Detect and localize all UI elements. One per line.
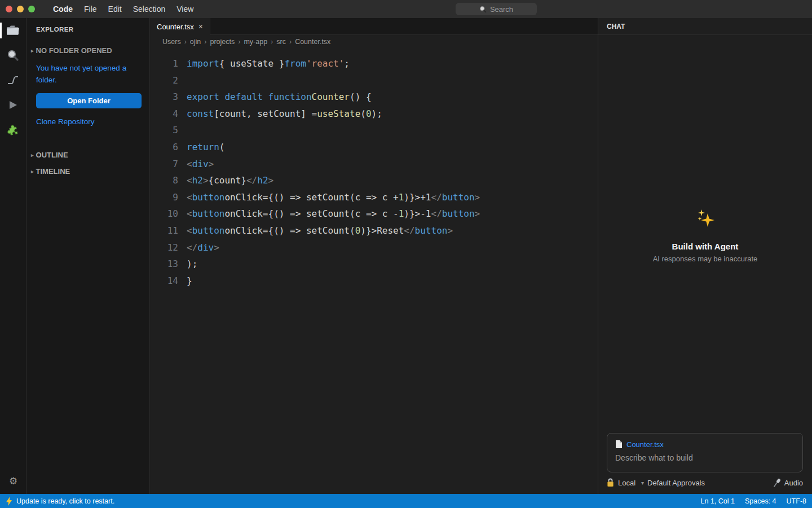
search-icon [479, 6, 487, 13]
code-line[interactable]: 11<buttononClick={() => setCount(0)}>Res… [150, 222, 598, 239]
activity-search[interactable] [0, 43, 27, 68]
explorer-sidebar: EXPLORER ▸ NO FOLDER OPENED You have not… [27, 18, 150, 494]
audio-label: Audio [784, 479, 803, 487]
menu-code[interactable]: Code [47, 0, 78, 18]
line-content: export default functionCounter() { [187, 89, 372, 106]
context-file-chip[interactable]: Counter.tsx [615, 440, 795, 449]
chevron-right-icon: ▸ [31, 152, 34, 158]
menu-selection[interactable]: Selection [127, 0, 171, 18]
sparkles-icon [696, 209, 715, 228]
breadcrumb-item[interactable]: ojin [190, 38, 201, 46]
chat-empty-state: Build with Agent AI responses may be ina… [598, 209, 812, 263]
section-no-folder-opened[interactable]: ▸ NO FOLDER OPENED [31, 46, 149, 55]
line-number: 2 [150, 72, 178, 89]
code-editor[interactable]: 1import{ useState }from'react';23export … [150, 49, 598, 494]
line-number: 8 [150, 172, 178, 189]
status-indentation[interactable]: Spaces: 4 [745, 497, 776, 505]
section-timeline[interactable]: ▸ TIMELINE [31, 167, 149, 176]
line-content: const[count, setCount] =useState(0); [187, 106, 382, 122]
status-encoding[interactable]: UTF-8 [787, 497, 806, 505]
menu-view[interactable]: View [171, 0, 199, 18]
chat-subheading: AI responses may be inaccurate [653, 255, 758, 263]
microphone-icon [773, 478, 781, 487]
local-label[interactable]: Local [618, 479, 636, 487]
breadcrumb-separator: › [238, 38, 240, 46]
line-content: <div> [187, 156, 214, 173]
code-line[interactable]: 8<h2>{count}</h2> [150, 172, 598, 189]
activity-source-control[interactable] [0, 68, 27, 93]
manage-gear-button[interactable]: ⚙ [0, 472, 27, 489]
status-bar: Update is ready, click to restart. Ln 1,… [0, 494, 812, 508]
code-line[interactable]: 9<buttononClick={() => setCount(c => c +… [150, 189, 598, 206]
minimize-window-button[interactable] [17, 6, 24, 12]
breadcrumb-item[interactable]: Counter.tsx [295, 38, 330, 46]
code-line[interactable]: 5 [150, 122, 598, 139]
line-number: 1 [150, 55, 178, 72]
workbench: ⚙ EXPLORER ▸ NO FOLDER OPENED You have n… [0, 18, 812, 494]
breadcrumb-item[interactable]: my-app [244, 38, 267, 46]
section-outline[interactable]: ▸ OUTLINE [31, 151, 149, 159]
line-content: </div> [187, 239, 219, 256]
code-line[interactable]: 2 [150, 72, 598, 89]
open-folder-button[interactable]: Open Folder [36, 93, 142, 108]
update-ready-button[interactable]: Update is ready, click to restart. [0, 497, 114, 506]
line-content: <buttononClick={() => setCount(0)}>Reset… [187, 222, 453, 239]
line-number: 4 [150, 106, 178, 122]
activity-run-debug[interactable] [0, 93, 27, 117]
audio-button[interactable]: Audio [773, 478, 803, 487]
window-controls [0, 6, 41, 12]
code-line[interactable]: 14} [150, 273, 598, 290]
code-line[interactable]: 13); [150, 256, 598, 273]
section-label: TIMELINE [36, 167, 70, 176]
chat-input[interactable]: Counter.tsx Describe what to build [607, 433, 803, 472]
context-file-name: Counter.tsx [626, 440, 664, 449]
chat-panel: CHAT Build with Agent AI responses may b… [598, 18, 812, 494]
close-window-button[interactable] [6, 6, 12, 12]
code-line[interactable]: 10<buttononClick={() => setCount(c => c … [150, 205, 598, 222]
line-number: 14 [150, 273, 178, 290]
code-line[interactable]: 7<div> [150, 156, 598, 173]
breadcrumb-item[interactable]: src [276, 38, 286, 46]
chat-panel-title: CHAT [598, 18, 812, 35]
search-placeholder: Search [490, 5, 513, 14]
search-icon [7, 49, 19, 62]
line-number: 3 [150, 89, 178, 106]
code-line[interactable]: 1import{ useState }from'react'; [150, 55, 598, 72]
line-number: 12 [150, 239, 178, 256]
line-content: ); [187, 256, 197, 273]
no-folder-message: You have not yet opened a folder. [36, 62, 140, 86]
tab-label: Counter.tsx [157, 23, 194, 31]
close-tab-icon[interactable]: × [198, 22, 203, 31]
activity-explorer[interactable] [0, 18, 27, 43]
activity-bar: ⚙ [0, 18, 27, 494]
tab-strip: Counter.tsx × [150, 18, 598, 35]
chat-footer: Local ▾ Default Approvals Audio [607, 477, 803, 488]
breadcrumb-separator: › [289, 38, 292, 46]
line-number: 9 [150, 189, 178, 206]
breadcrumb: Users›ojin›projects›my-app›src›Counter.t… [150, 35, 598, 49]
code-line[interactable]: 6return( [150, 139, 598, 156]
file-icon [615, 440, 623, 449]
statusbar-right: Ln 1, Col 1Spaces: 4UTF-8 [701, 497, 812, 505]
code-line[interactable]: 4const[count, setCount] =useState(0); [150, 106, 598, 122]
breadcrumb-separator: › [184, 38, 187, 46]
code-line[interactable]: 3export default functionCounter() { [150, 89, 598, 106]
code-lines: 1import{ useState }from'react';23export … [150, 55, 598, 289]
line-content: <buttononClick={() => setCount(c => c -1… [187, 205, 480, 222]
status-cursor-position[interactable]: Ln 1, Col 1 [701, 497, 735, 505]
line-content: return( [187, 139, 224, 156]
breadcrumb-item[interactable]: projects [210, 38, 235, 46]
tab-counter-tsx[interactable]: Counter.tsx × [150, 18, 210, 35]
default-approvals-dropdown[interactable]: Default Approvals [647, 479, 705, 487]
activity-extensions[interactable] [0, 117, 27, 142]
chat-input-placeholder: Describe what to build [615, 453, 795, 462]
menu-edit[interactable]: Edit [103, 0, 127, 18]
maximize-window-button[interactable] [28, 6, 35, 12]
breadcrumb-item[interactable]: Users [162, 38, 181, 46]
command-center-search[interactable]: Search [456, 3, 537, 15]
clone-repository-link[interactable]: Clone Repository [36, 117, 140, 126]
puzzle-icon [6, 123, 20, 137]
update-message: Update is ready, click to restart. [16, 497, 114, 505]
code-line[interactable]: 12</div> [150, 239, 598, 256]
menu-file[interactable]: File [78, 0, 103, 18]
